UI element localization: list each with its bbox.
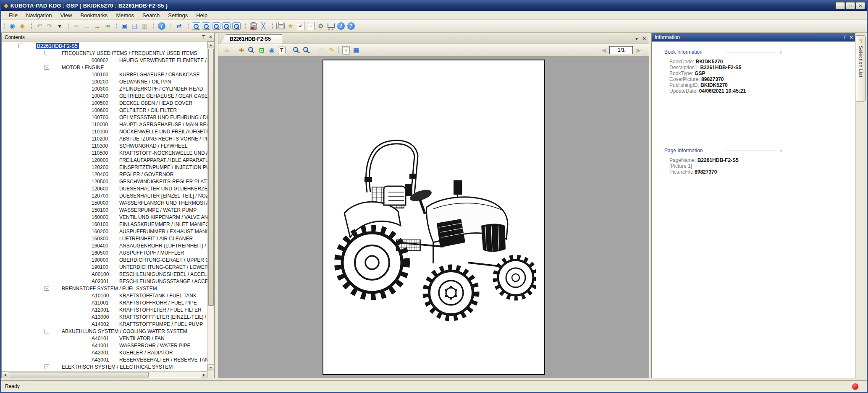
tree-item[interactable]: 100300ZYLINDERKOPF / CYLINDER HEAD: [2, 85, 207, 92]
text-select-icon[interactable]: T: [278, 47, 286, 54]
page-information-icon[interactable]: i: [158, 22, 165, 30]
tree-item[interactable]: A41001WASSERROHR / WATER PIPE: [2, 342, 207, 349]
tree-item[interactable]: 190000OBERDICHTUNG-GERAET / UPPER GASKET…: [2, 256, 207, 263]
settings-tools-icon[interactable]: ⚙: [316, 21, 325, 31]
tree-item[interactable]: −BRENNSTOFF SYSTEM / FUEL SYSTEM: [2, 285, 207, 292]
tree-item[interactable]: A10100KRAFTSTOFFTANK / FUEL TANK: [2, 292, 207, 299]
menu-bookmarks[interactable]: Bookmarks: [76, 11, 112, 19]
tree-item[interactable]: A13000KRAFTSTOFFFILTER [EINZEL-TEIL] / F…: [2, 313, 207, 320]
zoom-in-icon[interactable]: +: [292, 46, 301, 55]
vertical-scrollbar[interactable]: ▲ ▼: [207, 42, 214, 371]
tree-item[interactable]: 160300LUFTREINHEIT / AIR CLEANER: [2, 235, 207, 242]
panel-splitter[interactable]: [215, 33, 218, 380]
tree-item[interactable]: −B2261HDB-F2-S5: [2, 42, 207, 49]
chevron-down-icon[interactable]: ∨: [779, 148, 782, 153]
redo-icon[interactable]: ↷: [45, 21, 54, 31]
last-page-icon[interactable]: ⇥: [102, 21, 112, 31]
tree-item[interactable]: 120000FREILAUFAPPARAT / IDLE APPARATUS: [2, 156, 207, 164]
tab-close-icon[interactable]: ✕: [642, 36, 646, 42]
tree-item[interactable]: A00100BESCHLEUNIGUNGSHEBEL / ACCELERATOR…: [2, 271, 207, 278]
tree-item[interactable]: 100600OELFILTER / OIL FILTER: [2, 107, 207, 114]
tree-collapse-icon[interactable]: −: [45, 286, 49, 291]
chevron-down-icon[interactable]: ∨: [779, 50, 782, 55]
zoom-out-icon[interactable]: −: [302, 46, 311, 55]
tree-collapse-icon[interactable]: −: [18, 44, 23, 48]
tree-item[interactable]: A42001KUEHLER / RADIATOR: [2, 349, 207, 356]
tree-item[interactable]: 100200OELWANNE / OIL PAN: [2, 78, 207, 85]
tree-collapse-icon[interactable]: −: [45, 51, 49, 55]
find-parts-icon[interactable]: ∞: [222, 46, 231, 55]
tree-item[interactable]: 110000HAUPTLAGERGEHAEUSE / MAIN BEARING …: [2, 121, 207, 128]
vscroll-thumb[interactable]: [208, 49, 214, 306]
open-book-icon[interactable]: ◆: [18, 21, 27, 31]
search-parts-icon[interactable]: [202, 22, 210, 30]
menu-help[interactable]: Help: [192, 11, 212, 19]
prev-page-arrow-icon[interactable]: ◀: [601, 47, 606, 54]
tree-item[interactable]: 160100EINLASSKRUEMMER / INLET MANIFOLD: [2, 221, 207, 228]
cart-icon[interactable]: [326, 21, 336, 31]
maximize-button[interactable]: □: [846, 2, 855, 9]
fit-page-icon[interactable]: ⊡: [257, 46, 266, 55]
tree-item[interactable]: 110100NOCKENWELLE UND FREILAUFGETRIEBEWE…: [2, 128, 207, 135]
bookmark-add-icon[interactable]: ★: [286, 21, 295, 31]
add-parts-list-icon[interactable]: +: [342, 46, 350, 55]
tab-b2261hdb-f2-s5[interactable]: B2261HDB-F2-S5: [221, 34, 282, 44]
memo-add-icon[interactable]: ✔: [297, 22, 304, 30]
drawing-canvas[interactable]: [218, 57, 649, 378]
tree-item[interactable]: 110500KRAFTSTOFF-NOCKENWELLE UND ACHSE /…: [2, 149, 207, 156]
loupe-icon[interactable]: ◉: [267, 46, 276, 55]
tree-item[interactable]: 160500AUSPUFFTOPF / MUFFLER: [2, 249, 207, 256]
history-dropdown-icon[interactable]: ▾: [55, 21, 64, 31]
tree-item[interactable]: 100500DECKEL OBEN / HEAD COVER: [2, 99, 207, 107]
tree-item[interactable]: A11001KRAFTSTOFFROHR / FUEL PIPE: [2, 299, 207, 306]
horizontal-scrollbar[interactable]: ◀ ▶: [2, 371, 207, 378]
page-indicator[interactable]: 1/1: [609, 46, 633, 54]
tree-item[interactable]: 110300SCHWUNGRAD / FLYWHEEL: [2, 142, 207, 149]
tree-collapse-icon[interactable]: −: [45, 364, 49, 369]
memo-delete-icon[interactable]: −: [307, 22, 315, 30]
parts-page-view-icon[interactable]: ▣: [120, 21, 129, 31]
tree-item[interactable]: 160400ANSAUGENROHR (LUFTREINHEIT) / INLE…: [2, 242, 207, 249]
page-information-title[interactable]: Page Information: [664, 148, 703, 154]
tree-item[interactable]: 150100WASSERPUMPE / WATER PUMP: [2, 206, 207, 213]
close-icon[interactable]: ✕: [850, 35, 853, 40]
tree-item[interactable]: 190100UNTERDICHTUNG-GERAET / LOWER GASKE…: [2, 263, 207, 271]
tree-item[interactable]: −MOTOR / ENGINE: [2, 64, 207, 71]
tree-collapse-icon[interactable]: −: [45, 329, 49, 333]
tree-item[interactable]: 000002HÄUFIG VERWENDETE ELEMENTE / FREQU…: [2, 57, 207, 64]
book-information-title[interactable]: Book Information: [664, 49, 703, 55]
tree-item[interactable]: 100100KURBELGHAEUSE / CRANKCASE: [2, 71, 207, 78]
scroll-down-icon[interactable]: ▼: [207, 364, 214, 371]
parts-database-icon[interactable]: [250, 22, 257, 30]
tree-item[interactable]: A12001KRAFTSTOFFILTER / FUEL FILTER: [2, 306, 207, 313]
search-memo-icon[interactable]: ★: [232, 22, 241, 30]
tree-item[interactable]: 120500GESCHWINDIGKEITS-REGLER PLATTE / S…: [2, 178, 207, 185]
tree-collapse-icon[interactable]: −: [45, 65, 49, 70]
hscroll-thumb[interactable]: [9, 372, 149, 377]
menu-memos[interactable]: Memos: [112, 11, 138, 19]
open-publication-icon[interactable]: ◉: [8, 21, 17, 31]
menu-file[interactable]: File: [5, 11, 22, 19]
scroll-left-icon[interactable]: ◀: [2, 372, 8, 378]
tree-item[interactable]: −FREQUENTLY USED ITEMS / FREQUENTLY USED…: [2, 49, 207, 57]
next-page-icon[interactable]: →: [92, 21, 102, 31]
tree-item[interactable]: 100700OELMESSSTAB UND FUEHRUNG / DIPSTIC…: [2, 114, 207, 121]
tree-item[interactable]: A43001RESERVEBEHALTER / RESERVE TANK: [2, 356, 207, 363]
tree-item[interactable]: A14002KRAFTSTOFFPUMPE / FUEL PUMP: [2, 320, 207, 328]
menu-navigation[interactable]: Navigation: [22, 11, 56, 19]
next-page-arrow-icon[interactable]: ▶: [636, 47, 641, 54]
help-icon[interactable]: ?: [347, 22, 355, 30]
minimize-button[interactable]: —: [836, 2, 845, 9]
scroll-up-icon[interactable]: ▲: [207, 42, 214, 48]
search-contents-icon[interactable]: [192, 22, 200, 30]
marquee-zoom-icon[interactable]: [247, 46, 256, 55]
view-forward-icon[interactable]: ↷: [327, 46, 336, 55]
search-figure-icon[interactable]: [212, 22, 220, 30]
undo-icon[interactable]: ↶: [35, 21, 44, 31]
parts-list-view-icon[interactable]: ▥: [140, 21, 149, 31]
search-bookmark-icon[interactable]: ★: [222, 22, 231, 30]
tree-item[interactable]: 110200ABSTUETZUNG RECHTS VORNE / PISTON …: [2, 135, 207, 142]
switch-layout-icon[interactable]: ⇄: [174, 21, 184, 31]
tree-item[interactable]: 160000VENTIL UND KIPPENARM / VALVE AND R…: [2, 213, 207, 221]
prev-page-icon[interactable]: ←: [82, 21, 92, 31]
